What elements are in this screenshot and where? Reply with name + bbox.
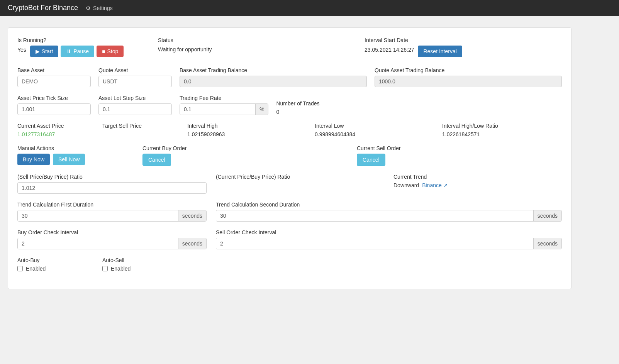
- current-asset-price-label: Current Asset Price: [17, 123, 95, 129]
- num-trades-label: Number of Trades: [276, 100, 562, 107]
- manual-actions-buttons: Buy Now Sell Now: [17, 154, 133, 165]
- settings-nav[interactable]: ⚙ Settings: [86, 5, 113, 11]
- cancel-buy-order-label: Cancel: [148, 157, 165, 163]
- interval-section: Interval Start Date 23.05.2021 14:26:27 …: [365, 37, 562, 59]
- status-label: Status: [158, 37, 355, 43]
- auto-buy-field: Auto-Buy Enabled: [17, 257, 95, 272]
- stop-button[interactable]: ■ Stop: [97, 46, 124, 57]
- trend-first-input[interactable]: [18, 210, 178, 221]
- trend-second-input[interactable]: [216, 210, 533, 221]
- current-trend-label: Current Trend: [393, 174, 562, 180]
- cancel-sell-order-button[interactable]: Cancel: [357, 154, 385, 166]
- tick-lot-row: Asset Price Tick Size Asset Lot Step Siz…: [17, 95, 562, 115]
- external-icon: ↗: [443, 182, 448, 188]
- price-tick-label: Asset Price Tick Size: [17, 95, 91, 101]
- pause-button[interactable]: ⏸ Pause: [61, 46, 94, 57]
- running-btn-group: ▶ Start ⏸ Pause ■ Stop: [30, 46, 124, 57]
- trend-first-input-group: seconds: [17, 210, 207, 222]
- interval-date: 23.05.2021 14:26:27: [365, 47, 414, 53]
- num-trades-value: 0: [276, 109, 562, 115]
- auto-buy-label: Auto-Buy: [17, 257, 95, 263]
- auto-sell-enabled-label[interactable]: Enabled: [102, 266, 180, 272]
- binance-link[interactable]: Binance ↗: [422, 182, 448, 188]
- interval-high-value: 1.02159028963: [187, 131, 307, 137]
- auto-buy-checkbox[interactable]: [17, 266, 23, 271]
- trading-fee-field: Trading Fee Rate %: [180, 95, 268, 115]
- sell-buy-ratio-field: (Sell Price/Buy Price) Ratio: [17, 174, 207, 194]
- sell-order-interval-input-group: seconds: [216, 238, 562, 249]
- reset-interval-button[interactable]: Reset Interval: [418, 46, 462, 57]
- current-buy-order-field: Current Buy Order Cancel: [142, 145, 348, 166]
- cancel-sell-order-label: Cancel: [363, 157, 380, 163]
- reset-interval-label: Reset Interval: [423, 48, 456, 54]
- sell-order-interval-input[interactable]: [216, 238, 533, 249]
- interval-controls: 23.05.2021 14:26:27 Reset Interval: [365, 46, 562, 57]
- trading-fee-label: Trading Fee Rate: [180, 95, 268, 101]
- binance-link-label: Binance: [422, 182, 442, 188]
- buy-order-interval-input-group: seconds: [17, 238, 207, 249]
- start-label: Start: [42, 48, 53, 54]
- trend-second-field: Trend Calculation Second Duration second…: [216, 201, 562, 222]
- trend-second-unit: seconds: [533, 210, 561, 221]
- auto-sell-label: Auto-Sell: [102, 257, 180, 263]
- main-wrapper: Is Running? Yes ▶ Start ⏸ Pause ■: [0, 16, 619, 301]
- trend-calc-row: Trend Calculation First Duration seconds…: [17, 201, 562, 222]
- auto-sell-checkbox[interactable]: [102, 266, 108, 271]
- base-asset-label: Base Asset: [17, 67, 91, 73]
- num-trades-field: Number of Trades 0: [276, 100, 562, 115]
- app-title: CryptoBot For Binance: [8, 4, 78, 12]
- play-icon: ▶: [36, 48, 40, 54]
- current-asset-price-field: Current Asset Price 1.01277316487: [17, 123, 95, 137]
- sell-order-interval-field: Sell Order Check Interval seconds: [216, 229, 562, 249]
- sell-now-button[interactable]: Sell Now: [53, 154, 85, 165]
- quote-trading-balance-field: Quote Asset Trading Balance: [375, 67, 562, 87]
- current-trend-value: Downward: [393, 182, 419, 188]
- buy-now-button[interactable]: Buy Now: [17, 154, 50, 165]
- running-section: Is Running? Yes ▶ Start ⏸ Pause ■: [17, 37, 149, 59]
- buy-order-interval-input[interactable]: [18, 238, 178, 249]
- buy-order-interval-unit: seconds: [178, 238, 206, 249]
- buy-now-label: Buy Now: [23, 156, 44, 163]
- sell-now-label: Sell Now: [58, 156, 80, 163]
- interval-low-field: Interval Low 0.998994604384: [315, 123, 434, 137]
- base-asset-input[interactable]: [17, 76, 91, 87]
- interval-label: Interval Start Date: [365, 37, 562, 43]
- lot-step-label: Asset Lot Step Size: [98, 95, 172, 101]
- trading-fee-input-group: %: [180, 103, 268, 115]
- stop-icon: ■: [102, 48, 105, 54]
- target-sell-price-field: Target Sell Price: [102, 123, 180, 137]
- trading-fee-input[interactable]: [180, 104, 255, 115]
- quote-asset-input[interactable]: [98, 76, 172, 87]
- current-price-buy-ratio-label: (Current Price/Buy Price) Ratio: [216, 174, 384, 180]
- auto-sell-field: Auto-Sell Enabled: [102, 257, 180, 272]
- trend-first-unit: seconds: [178, 210, 206, 221]
- interval-low-value: 0.998994604384: [315, 131, 434, 137]
- manual-actions-label: Manual Actions: [17, 145, 133, 151]
- current-sell-order-label: Current Sell Order: [357, 145, 562, 151]
- pause-icon: ⏸: [66, 48, 71, 54]
- cancel-buy-order-button[interactable]: Cancel: [142, 154, 171, 166]
- start-button[interactable]: ▶ Start: [30, 46, 59, 57]
- lot-step-input[interactable]: [98, 103, 172, 115]
- price-tick-input[interactable]: [17, 103, 91, 115]
- status-section: Status Waiting for opportunity: [158, 37, 355, 59]
- stop-label: Stop: [107, 48, 119, 54]
- price-tick-field: Asset Price Tick Size: [17, 95, 91, 115]
- current-sell-order-field: Current Sell Order Cancel: [357, 145, 562, 166]
- trend-first-label: Trend Calculation First Duration: [17, 201, 207, 208]
- auto-buy-enabled-label[interactable]: Enabled: [17, 266, 95, 272]
- auto-sell-enabled-text: Enabled: [111, 266, 131, 272]
- target-sell-price-label: Target Sell Price: [102, 123, 180, 129]
- base-trading-balance-field: Base Asset Trading Balance: [180, 67, 367, 87]
- price-row: Current Asset Price 1.01277316487 Target…: [17, 123, 562, 137]
- manual-actions-field: Manual Actions Buy Now Sell Now: [17, 145, 133, 166]
- interval-high-field: Interval High 1.02159028963: [187, 123, 307, 137]
- navbar: CryptoBot For Binance ⚙ Settings: [0, 0, 619, 16]
- sell-buy-ratio-input[interactable]: [17, 182, 207, 194]
- base-trading-balance-input: [180, 76, 367, 87]
- current-trend-field: Current Trend Downward Binance ↗: [393, 174, 562, 194]
- current-asset-price-value: 1.01277316487: [17, 131, 95, 137]
- manual-actions-row: Manual Actions Buy Now Sell Now Current …: [17, 145, 562, 166]
- interval-high-label: Interval High: [187, 123, 307, 129]
- base-trading-balance-label: Base Asset Trading Balance: [180, 67, 367, 73]
